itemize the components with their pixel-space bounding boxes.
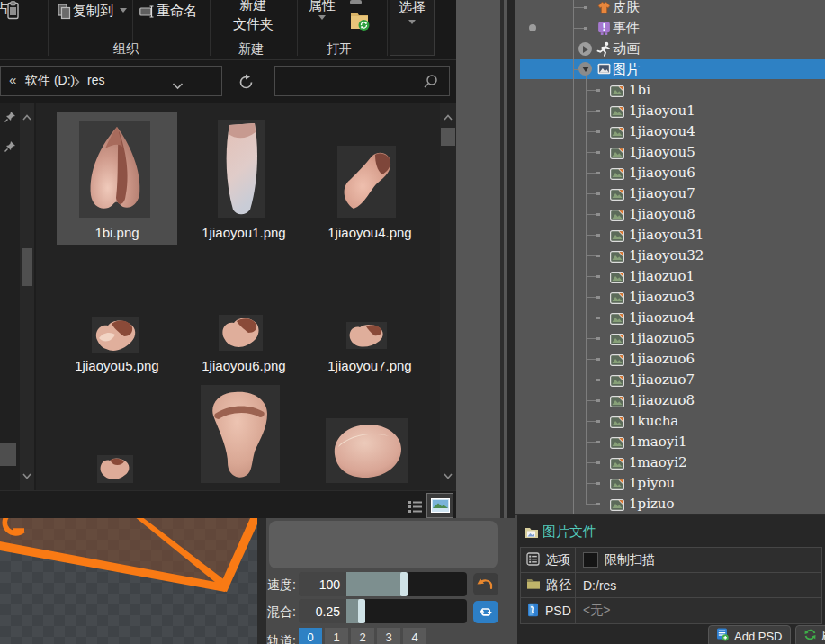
mix-slider-handle[interactable] xyxy=(358,599,365,623)
tree-child-item[interactable]: 1jiaozuo7 xyxy=(515,370,825,390)
file-thumbnail-1jiaoyou7[interactable] xyxy=(346,322,387,349)
search-box[interactable] xyxy=(274,66,450,96)
limit-scan-checkbox[interactable] xyxy=(583,552,598,568)
splitter-dark-line-1 xyxy=(500,0,504,519)
pin-icon[interactable] xyxy=(4,140,16,157)
tree-child-item[interactable]: 1jiaozuo1 xyxy=(515,266,825,287)
track-button-3[interactable]: 3 xyxy=(377,628,400,644)
nav-scrollbar-thumb[interactable] xyxy=(22,248,32,286)
image-attachment-icon xyxy=(610,457,624,473)
speed-slider[interactable] xyxy=(346,572,467,596)
address-bar[interactable]: « 软件 (D:) res xyxy=(0,66,222,96)
mix-slider[interactable] xyxy=(346,599,467,623)
tree-child-item[interactable]: 1jiaozuo5 xyxy=(515,328,825,349)
track-button-4[interactable]: 4 xyxy=(403,628,426,644)
breadcrumb-folder[interactable]: res xyxy=(87,73,104,87)
add-psd-button[interactable]: Add PSD xyxy=(708,625,791,644)
tree-child-item[interactable]: 1jiaozuo6 xyxy=(515,349,825,370)
properties-button[interactable]: 属性 xyxy=(309,0,336,14)
file-label[interactable]: 1bi.png xyxy=(57,225,177,240)
file-label[interactable]: 1jiaoyou5.png xyxy=(57,358,177,373)
track-button-2[interactable]: 2 xyxy=(351,628,374,644)
psd-value[interactable]: <无> xyxy=(583,603,610,619)
mix-value[interactable]: 0.25 xyxy=(299,599,346,623)
tree-child-item[interactable]: 1jiaoyou5 xyxy=(515,142,825,163)
tree-child-item[interactable]: 1jiaoyou1 xyxy=(515,101,825,121)
breadcrumb-chevrons[interactable]: « xyxy=(9,72,16,87)
tree-child-item[interactable]: 1pizuo xyxy=(515,494,825,514)
search-icon[interactable] xyxy=(423,74,438,93)
tree-child-item[interactable]: 1maoyi1 xyxy=(515,432,825,452)
tree-child-item[interactable]: 1kucha xyxy=(515,411,825,432)
tree-item-events[interactable]: ! 事件 xyxy=(515,18,825,39)
expand-collapsed-icon[interactable] xyxy=(578,42,592,56)
track-button-1[interactable]: 1 xyxy=(325,628,348,644)
file-thumbnail-1jiaoyou1[interactable] xyxy=(218,120,265,218)
rename-button[interactable]: 重命名 xyxy=(157,3,197,20)
copy-to-icon xyxy=(58,4,71,23)
psd-icon xyxy=(526,603,540,620)
file-label[interactable]: 1jiaoyou6.png xyxy=(184,358,304,373)
tree-child-item[interactable]: 1jiaozuo3 xyxy=(515,287,825,308)
tree-item-images[interactable]: 图片 xyxy=(515,59,825,80)
tree-item-animation[interactable]: 动画 xyxy=(515,39,825,59)
tree-child-item[interactable]: 1bi xyxy=(515,80,825,101)
file-label[interactable]: 1jiaoyou1.png xyxy=(184,225,304,240)
tree-child-item[interactable]: 1jiaoyou7 xyxy=(515,183,825,204)
file-thumbnail-1jiaoyou6[interactable] xyxy=(219,315,263,351)
copy-to-chevron-icon[interactable] xyxy=(120,8,127,13)
event-icon: ! xyxy=(596,21,612,40)
tree-item-skin[interactable]: 皮肤 xyxy=(515,0,825,18)
image-attachment-icon xyxy=(610,188,624,204)
refresh-address-icon[interactable] xyxy=(238,74,255,94)
refresh-button[interactable]: 刷 xyxy=(795,625,825,644)
address-bar-area: « 软件 (D:) res xyxy=(0,60,456,103)
explorer-window: 占 复制到 重命名 新建 文件夹 属性 xyxy=(0,0,456,518)
tree-item-label: 动画 xyxy=(613,40,640,58)
folder-icon xyxy=(526,577,541,593)
tree-child-item[interactable]: 1jiaoyou31 xyxy=(515,225,825,246)
image-attachment-icon xyxy=(610,147,624,163)
image-attachment-icon xyxy=(610,105,624,121)
select-button[interactable]: 选择 xyxy=(390,0,435,56)
speed-slider-handle[interactable] xyxy=(400,572,408,596)
tree-child-item[interactable]: 1jiaoyou6 xyxy=(515,163,825,183)
file-thumbnail-row3-a[interactable] xyxy=(97,455,133,483)
address-chevron-icon[interactable] xyxy=(172,77,184,94)
file-thumbnail-row3-b[interactable] xyxy=(201,385,280,483)
thumbnail-view-button[interactable] xyxy=(426,493,453,518)
track-button-0[interactable]: 0 xyxy=(299,628,322,644)
undo-button[interactable] xyxy=(473,573,498,595)
path-value[interactable]: D:/res xyxy=(583,578,616,593)
file-thumbnail-1jiaoyou4[interactable] xyxy=(337,146,396,218)
selection-bounds-graphic xyxy=(0,518,257,644)
tree-child-item[interactable]: 1jiaozuo4 xyxy=(515,308,825,328)
pin-icon[interactable] xyxy=(4,111,16,127)
file-label[interactable]: 1jiaoyou4.png xyxy=(309,225,430,240)
expand-expanded-icon[interactable] xyxy=(578,62,592,76)
tree-child-item[interactable]: 1piyou xyxy=(515,473,825,494)
loop-button[interactable] xyxy=(473,601,498,623)
tree-child-item[interactable]: 1maoyi2 xyxy=(515,452,825,473)
breadcrumb-drive[interactable]: 软件 (D:) xyxy=(25,73,75,89)
folder-history-icon[interactable] xyxy=(349,7,371,36)
tree-child-item[interactable]: 1jiaoyou4 xyxy=(515,121,825,142)
file-label[interactable]: 1jiaoyou7.png xyxy=(309,358,430,373)
new-folder-button[interactable]: 新建 文件夹 xyxy=(210,0,297,36)
viewport-canvas[interactable] xyxy=(0,518,257,644)
tree-child-item[interactable]: 1jiaoyou32 xyxy=(515,246,825,266)
copy-to-button[interactable]: 复制到 xyxy=(73,3,113,20)
image-attachment-icon xyxy=(610,229,624,246)
grid-scrollbar[interactable] xyxy=(440,103,456,490)
ribbon-group-open: 打开 xyxy=(327,41,352,58)
file-thumbnail-row3-c[interactable] xyxy=(326,418,408,483)
details-view-icon[interactable] xyxy=(407,499,423,517)
speed-value[interactable]: 100 xyxy=(299,572,346,596)
tree-child-item[interactable]: 1jiaozuo8 xyxy=(515,390,825,411)
file-thumbnail-1bi[interactable] xyxy=(79,121,150,218)
nav-scrollbar[interactable] xyxy=(20,103,34,490)
file-thumbnail-1jiaoyou5[interactable] xyxy=(92,317,139,353)
grid-scrollbar-thumb[interactable] xyxy=(441,128,455,146)
properties-chevron-icon[interactable] xyxy=(318,15,326,20)
tree-child-item[interactable]: 1jiaoyou8 xyxy=(515,204,825,225)
